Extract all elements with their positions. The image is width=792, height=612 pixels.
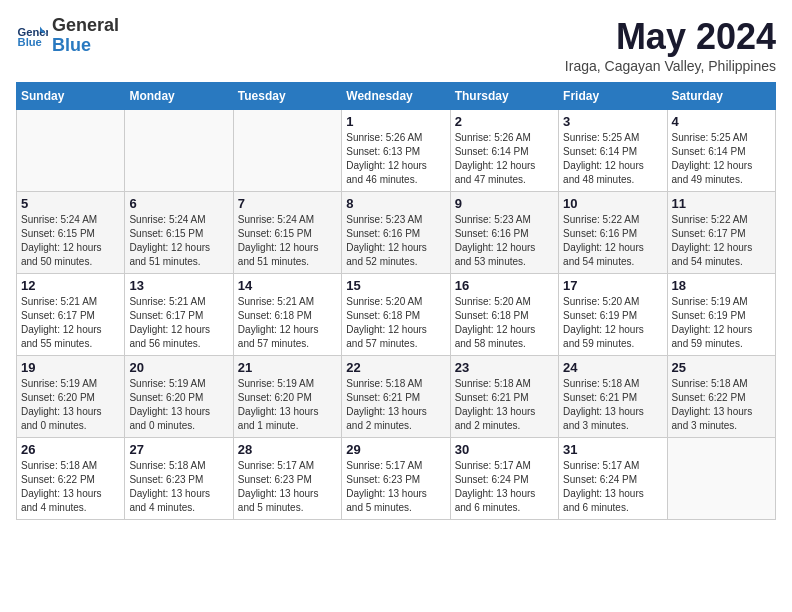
day-cell: 23Sunrise: 5:18 AM Sunset: 6:21 PM Dayli…: [450, 356, 558, 438]
calendar-title-area: May 2024 Iraga, Cagayan Valley, Philippi…: [565, 16, 776, 74]
week-row: 12Sunrise: 5:21 AM Sunset: 6:17 PM Dayli…: [17, 274, 776, 356]
header-cell-sunday: Sunday: [17, 83, 125, 110]
day-cell: 19Sunrise: 5:19 AM Sunset: 6:20 PM Dayli…: [17, 356, 125, 438]
day-info: Sunrise: 5:20 AM Sunset: 6:19 PM Dayligh…: [563, 295, 662, 351]
calendar-title: May 2024: [565, 16, 776, 58]
day-number: 27: [129, 442, 228, 457]
day-info: Sunrise: 5:26 AM Sunset: 6:14 PM Dayligh…: [455, 131, 554, 187]
day-info: Sunrise: 5:19 AM Sunset: 6:20 PM Dayligh…: [129, 377, 228, 433]
day-cell: [17, 110, 125, 192]
week-row: 5Sunrise: 5:24 AM Sunset: 6:15 PM Daylig…: [17, 192, 776, 274]
day-cell: [233, 110, 341, 192]
day-number: 22: [346, 360, 445, 375]
day-number: 16: [455, 278, 554, 293]
calendar-table: SundayMondayTuesdayWednesdayThursdayFrid…: [16, 82, 776, 520]
day-number: 2: [455, 114, 554, 129]
day-info: Sunrise: 5:17 AM Sunset: 6:24 PM Dayligh…: [455, 459, 554, 515]
day-info: Sunrise: 5:19 AM Sunset: 6:20 PM Dayligh…: [21, 377, 120, 433]
day-cell: 27Sunrise: 5:18 AM Sunset: 6:23 PM Dayli…: [125, 438, 233, 520]
svg-text:Blue: Blue: [18, 36, 42, 48]
day-cell: 5Sunrise: 5:24 AM Sunset: 6:15 PM Daylig…: [17, 192, 125, 274]
day-info: Sunrise: 5:25 AM Sunset: 6:14 PM Dayligh…: [672, 131, 771, 187]
header-cell-tuesday: Tuesday: [233, 83, 341, 110]
day-info: Sunrise: 5:23 AM Sunset: 6:16 PM Dayligh…: [455, 213, 554, 269]
day-cell: 21Sunrise: 5:19 AM Sunset: 6:20 PM Dayli…: [233, 356, 341, 438]
day-cell: 28Sunrise: 5:17 AM Sunset: 6:23 PM Dayli…: [233, 438, 341, 520]
day-cell: 29Sunrise: 5:17 AM Sunset: 6:23 PM Dayli…: [342, 438, 450, 520]
day-number: 18: [672, 278, 771, 293]
day-cell: 30Sunrise: 5:17 AM Sunset: 6:24 PM Dayli…: [450, 438, 558, 520]
day-info: Sunrise: 5:23 AM Sunset: 6:16 PM Dayligh…: [346, 213, 445, 269]
day-cell: 24Sunrise: 5:18 AM Sunset: 6:21 PM Dayli…: [559, 356, 667, 438]
day-info: Sunrise: 5:18 AM Sunset: 6:23 PM Dayligh…: [129, 459, 228, 515]
week-row: 19Sunrise: 5:19 AM Sunset: 6:20 PM Dayli…: [17, 356, 776, 438]
header-cell-thursday: Thursday: [450, 83, 558, 110]
logo-line2: Blue: [52, 36, 119, 56]
day-cell: 10Sunrise: 5:22 AM Sunset: 6:16 PM Dayli…: [559, 192, 667, 274]
day-info: Sunrise: 5:17 AM Sunset: 6:24 PM Dayligh…: [563, 459, 662, 515]
day-number: 7: [238, 196, 337, 211]
day-cell: 18Sunrise: 5:19 AM Sunset: 6:19 PM Dayli…: [667, 274, 775, 356]
day-info: Sunrise: 5:25 AM Sunset: 6:14 PM Dayligh…: [563, 131, 662, 187]
calendar-body: 1Sunrise: 5:26 AM Sunset: 6:13 PM Daylig…: [17, 110, 776, 520]
day-cell: 8Sunrise: 5:23 AM Sunset: 6:16 PM Daylig…: [342, 192, 450, 274]
day-number: 31: [563, 442, 662, 457]
day-cell: 25Sunrise: 5:18 AM Sunset: 6:22 PM Dayli…: [667, 356, 775, 438]
day-number: 17: [563, 278, 662, 293]
calendar-header: SundayMondayTuesdayWednesdayThursdayFrid…: [17, 83, 776, 110]
day-cell: 17Sunrise: 5:20 AM Sunset: 6:19 PM Dayli…: [559, 274, 667, 356]
day-cell: 13Sunrise: 5:21 AM Sunset: 6:17 PM Dayli…: [125, 274, 233, 356]
header-cell-monday: Monday: [125, 83, 233, 110]
day-number: 19: [21, 360, 120, 375]
calendar-subtitle: Iraga, Cagayan Valley, Philippines: [565, 58, 776, 74]
day-cell: 22Sunrise: 5:18 AM Sunset: 6:21 PM Dayli…: [342, 356, 450, 438]
logo: General Blue General Blue: [16, 16, 119, 56]
day-number: 11: [672, 196, 771, 211]
week-row: 26Sunrise: 5:18 AM Sunset: 6:22 PM Dayli…: [17, 438, 776, 520]
day-number: 6: [129, 196, 228, 211]
header-row: SundayMondayTuesdayWednesdayThursdayFrid…: [17, 83, 776, 110]
day-info: Sunrise: 5:21 AM Sunset: 6:18 PM Dayligh…: [238, 295, 337, 351]
day-number: 26: [21, 442, 120, 457]
day-cell: 11Sunrise: 5:22 AM Sunset: 6:17 PM Dayli…: [667, 192, 775, 274]
day-number: 8: [346, 196, 445, 211]
day-cell: 20Sunrise: 5:19 AM Sunset: 6:20 PM Dayli…: [125, 356, 233, 438]
day-number: 25: [672, 360, 771, 375]
day-cell: 12Sunrise: 5:21 AM Sunset: 6:17 PM Dayli…: [17, 274, 125, 356]
header-cell-saturday: Saturday: [667, 83, 775, 110]
day-number: 10: [563, 196, 662, 211]
logo-line1: General: [52, 16, 119, 36]
day-cell: 1Sunrise: 5:26 AM Sunset: 6:13 PM Daylig…: [342, 110, 450, 192]
day-info: Sunrise: 5:20 AM Sunset: 6:18 PM Dayligh…: [455, 295, 554, 351]
day-info: Sunrise: 5:18 AM Sunset: 6:22 PM Dayligh…: [672, 377, 771, 433]
day-number: 21: [238, 360, 337, 375]
day-number: 12: [21, 278, 120, 293]
day-info: Sunrise: 5:22 AM Sunset: 6:17 PM Dayligh…: [672, 213, 771, 269]
day-info: Sunrise: 5:24 AM Sunset: 6:15 PM Dayligh…: [21, 213, 120, 269]
day-info: Sunrise: 5:17 AM Sunset: 6:23 PM Dayligh…: [238, 459, 337, 515]
day-info: Sunrise: 5:18 AM Sunset: 6:22 PM Dayligh…: [21, 459, 120, 515]
day-number: 9: [455, 196, 554, 211]
day-info: Sunrise: 5:19 AM Sunset: 6:19 PM Dayligh…: [672, 295, 771, 351]
day-info: Sunrise: 5:24 AM Sunset: 6:15 PM Dayligh…: [238, 213, 337, 269]
day-info: Sunrise: 5:18 AM Sunset: 6:21 PM Dayligh…: [563, 377, 662, 433]
day-number: 20: [129, 360, 228, 375]
day-info: Sunrise: 5:26 AM Sunset: 6:13 PM Dayligh…: [346, 131, 445, 187]
day-number: 15: [346, 278, 445, 293]
day-cell: [667, 438, 775, 520]
day-cell: 14Sunrise: 5:21 AM Sunset: 6:18 PM Dayli…: [233, 274, 341, 356]
day-cell: 15Sunrise: 5:20 AM Sunset: 6:18 PM Dayli…: [342, 274, 450, 356]
page-header: General Blue General Blue May 2024 Iraga…: [16, 16, 776, 74]
day-number: 13: [129, 278, 228, 293]
day-number: 24: [563, 360, 662, 375]
day-number: 29: [346, 442, 445, 457]
day-number: 1: [346, 114, 445, 129]
day-cell: 7Sunrise: 5:24 AM Sunset: 6:15 PM Daylig…: [233, 192, 341, 274]
day-info: Sunrise: 5:18 AM Sunset: 6:21 PM Dayligh…: [346, 377, 445, 433]
day-cell: 26Sunrise: 5:18 AM Sunset: 6:22 PM Dayli…: [17, 438, 125, 520]
day-number: 30: [455, 442, 554, 457]
day-cell: 9Sunrise: 5:23 AM Sunset: 6:16 PM Daylig…: [450, 192, 558, 274]
day-number: 3: [563, 114, 662, 129]
header-cell-friday: Friday: [559, 83, 667, 110]
logo-icon: General Blue: [16, 20, 48, 52]
